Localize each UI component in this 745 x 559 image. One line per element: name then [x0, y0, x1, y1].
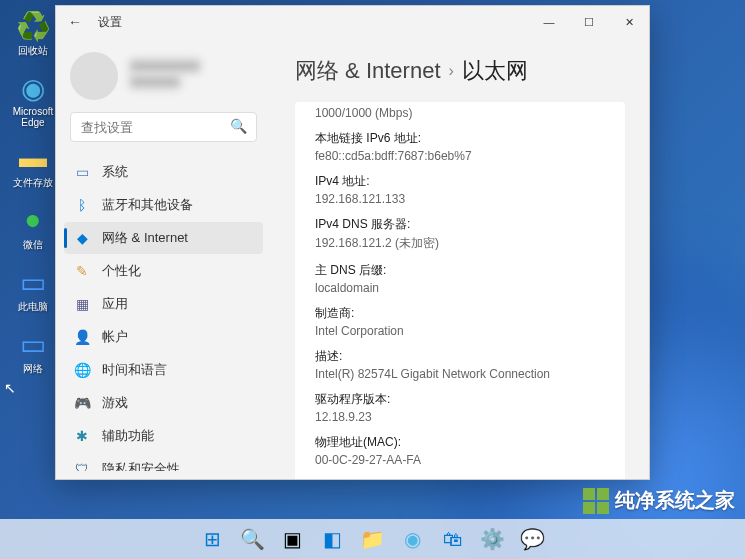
search-icon: 🔍	[240, 527, 265, 551]
nav-item-time-language[interactable]: 🌐时间和语言	[64, 354, 263, 386]
wechat-icon: 💬	[520, 527, 545, 551]
back-button[interactable]: ←	[68, 14, 82, 30]
chevron-right-icon: ›	[449, 62, 454, 80]
desktop-icon-this-pc[interactable]: ▭ 此电脑	[8, 266, 58, 314]
nav-label: 应用	[102, 295, 128, 313]
wechat-icon: ●	[17, 204, 49, 236]
nav-item-network[interactable]: ◆网络 & Internet	[64, 222, 263, 254]
desktop-icon-label: 此电脑	[18, 300, 48, 314]
desktop-icon-wechat[interactable]: ● 微信	[8, 204, 58, 252]
taskbar-explorer[interactable]: 📁	[355, 521, 391, 557]
taskbar-search[interactable]: 🔍	[235, 521, 271, 557]
nav-label: 游戏	[102, 394, 128, 412]
profile-section[interactable]	[56, 46, 271, 112]
nav-label: 个性化	[102, 262, 141, 280]
brush-icon: ✎	[74, 263, 90, 279]
sidebar: 🔍 ▭系统 ᛒ蓝牙和其他设备 ◆网络 & Internet ✎个性化 ▦应用 👤…	[56, 38, 271, 479]
shield-icon: 🛡	[74, 461, 90, 471]
taskbar-wechat[interactable]: 💬	[515, 521, 551, 557]
maximize-button[interactable]: ☐	[569, 6, 609, 38]
taskbar-store[interactable]: 🛍	[435, 521, 471, 557]
nav-item-privacy[interactable]: 🛡隐私和安全性	[64, 453, 263, 471]
desktop-icon-edge[interactable]: ◉ Microsoft Edge	[8, 72, 58, 128]
nav-label: 系统	[102, 163, 128, 181]
settings-window: ← 设置 — ☐ ✕ 🔍 ▭系统 ᛒ蓝牙和其他设备 ◆网络 & Internet…	[55, 5, 650, 480]
nav-item-accessibility[interactable]: ✱辅助功能	[64, 420, 263, 452]
breadcrumb: 网络 & Internet › 以太网	[295, 56, 625, 86]
recycle-bin-icon: ♻️	[17, 10, 49, 42]
gamepad-icon: 🎮	[74, 395, 90, 411]
wifi-icon: ◆	[74, 230, 90, 246]
dns-value: 192.168.121.2 (未加密)	[315, 235, 605, 252]
nav-item-system[interactable]: ▭系统	[64, 156, 263, 188]
desktop-icon-network[interactable]: ▭ 网络	[8, 328, 58, 376]
ipv4-value: 192.168.121.133	[315, 192, 605, 206]
dns-suffix-value: localdomain	[315, 281, 605, 295]
desktop-icon-label: 回收站	[18, 44, 48, 58]
nav-item-bluetooth[interactable]: ᛒ蓝牙和其他设备	[64, 189, 263, 221]
folder-icon: ▬	[17, 142, 49, 174]
breadcrumb-parent[interactable]: 网络 & Internet	[295, 56, 441, 86]
dns-label: IPv4 DNS 服务器:	[315, 216, 605, 233]
nav-label: 网络 & Internet	[102, 229, 188, 247]
taskbar: ⊞ 🔍 ▣ ◧ 📁 ◉ 🛍 ⚙️ 💬	[0, 519, 745, 559]
desktop-icon-label: 网络	[23, 362, 43, 376]
dns-suffix-label: 主 DNS 后缀:	[315, 262, 605, 279]
desktop-icon-folder[interactable]: ▬ 文件存放	[8, 142, 58, 190]
nav-item-personalization[interactable]: ✎个性化	[64, 255, 263, 287]
manufacturer-value: Intel Corporation	[315, 324, 605, 338]
mac-label: 物理地址(MAC):	[315, 434, 605, 451]
breadcrumb-current: 以太网	[462, 56, 528, 86]
nav-item-gaming[interactable]: 🎮游戏	[64, 387, 263, 419]
watermark-text: 纯净系统之家	[615, 487, 735, 514]
nav-item-apps[interactable]: ▦应用	[64, 288, 263, 320]
desktop-icon-recycle-bin[interactable]: ♻️ 回收站	[8, 10, 58, 58]
watermark: 纯净系统之家	[583, 487, 735, 514]
nav-label: 蓝牙和其他设备	[102, 196, 193, 214]
taskbar-widgets[interactable]: ◧	[315, 521, 351, 557]
bluetooth-icon: ᛒ	[74, 197, 90, 213]
avatar	[70, 52, 118, 100]
cursor-icon: ↖	[4, 380, 16, 396]
gear-icon: ⚙️	[480, 527, 505, 551]
mac-value: 00-0C-29-27-AA-FA	[315, 453, 605, 467]
globe-icon: 🌐	[74, 362, 90, 378]
store-icon: 🛍	[443, 528, 463, 551]
description-value: Intel(R) 82574L Gigabit Network Connecti…	[315, 367, 605, 381]
manufacturer-label: 制造商:	[315, 305, 605, 322]
close-button[interactable]: ✕	[609, 6, 649, 38]
link-speed-value: 1000/1000 (Mbps)	[315, 102, 605, 120]
taskbar-settings[interactable]: ⚙️	[475, 521, 511, 557]
edge-icon: ◉	[17, 72, 49, 104]
taskbar-edge[interactable]: ◉	[395, 521, 431, 557]
nav-list: ▭系统 ᛒ蓝牙和其他设备 ◆网络 & Internet ✎个性化 ▦应用 👤帐户…	[56, 152, 271, 471]
desktop-icons: ♻️ 回收站 ◉ Microsoft Edge ▬ 文件存放 ● 微信 ▭ 此电…	[8, 10, 58, 376]
watermark-logo-icon	[583, 488, 609, 514]
edge-icon: ◉	[404, 527, 421, 551]
nav-label: 辅助功能	[102, 427, 154, 445]
desktop-icon-label: 文件存放	[13, 176, 53, 190]
driver-version-value: 12.18.9.23	[315, 410, 605, 424]
desktop-icon-label: 微信	[23, 238, 43, 252]
folder-icon: 📁	[360, 527, 385, 551]
nav-label: 时间和语言	[102, 361, 167, 379]
ipv6-label: 本地链接 IPv6 地址:	[315, 130, 605, 147]
accessibility-icon: ✱	[74, 428, 90, 444]
nav-item-accounts[interactable]: 👤帐户	[64, 321, 263, 353]
person-icon: 👤	[74, 329, 90, 345]
search-input[interactable]	[70, 112, 257, 142]
network-details-card: 1000/1000 (Mbps) 本地链接 IPv6 地址:fe80::cd5a…	[295, 102, 625, 479]
window-title: 设置	[98, 14, 122, 31]
taskbar-taskview[interactable]: ▣	[275, 521, 311, 557]
description-label: 描述:	[315, 348, 605, 365]
taskview-icon: ▣	[283, 527, 302, 551]
windows-icon: ⊞	[204, 527, 221, 551]
apps-icon: ▦	[74, 296, 90, 312]
ipv6-value: fe80::cd5a:bdff:7687:b6eb%7	[315, 149, 605, 163]
monitor-icon: ▭	[17, 266, 49, 298]
minimize-button[interactable]: —	[529, 6, 569, 38]
start-button[interactable]: ⊞	[195, 521, 231, 557]
driver-version-label: 驱动程序版本:	[315, 391, 605, 408]
titlebar[interactable]: ← 设置 — ☐ ✕	[56, 6, 649, 38]
system-icon: ▭	[74, 164, 90, 180]
